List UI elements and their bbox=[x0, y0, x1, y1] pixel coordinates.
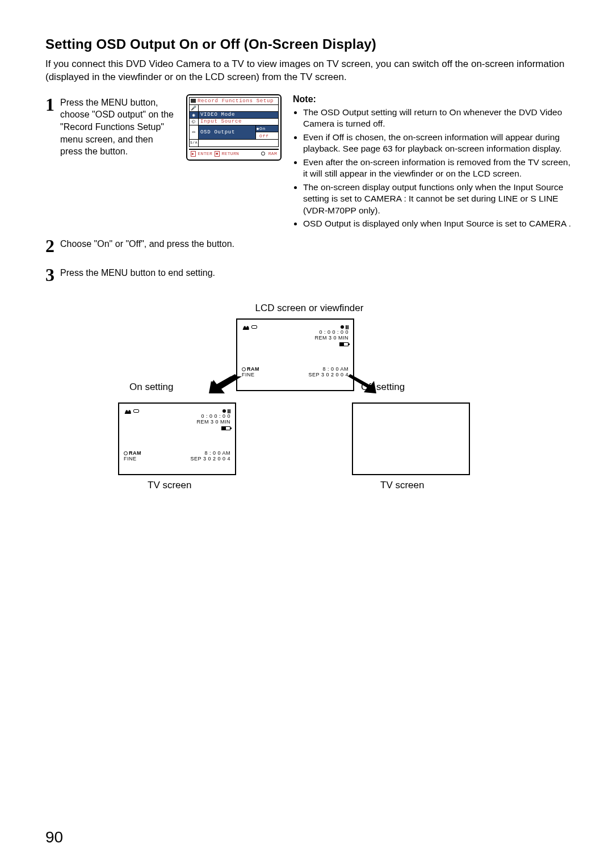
disc-icon: ◉ bbox=[190, 112, 199, 118]
off-setting-label: Off setting bbox=[361, 381, 405, 393]
note-item: The on-screen display output functions o… bbox=[303, 182, 573, 216]
content-columns: 1 Press the MENU button, choose "OSD out… bbox=[45, 94, 573, 232]
people-icon bbox=[242, 324, 250, 330]
osd-bottom-left: RAM FINE bbox=[242, 367, 259, 378]
menu-item-4 bbox=[199, 140, 278, 146]
record-dot-icon bbox=[222, 409, 226, 413]
steps-234: 2 Choose "On" or "Off", and press the bu… bbox=[45, 236, 255, 286]
menu-screenshot-column: Record Functions Setup 🎤 ◉ VIDEO Mode bbox=[186, 94, 283, 232]
screen-icon: ▭ bbox=[190, 125, 199, 139]
osd-date: SEP 3 0 2 0 0 4 bbox=[309, 372, 349, 378]
notes-column: Note: The OSD Output setting will return… bbox=[293, 94, 573, 232]
footer-return: RETURN bbox=[222, 151, 240, 156]
camera-icon bbox=[191, 99, 196, 103]
step-3-text: Press the MENU button to end setting. bbox=[60, 267, 255, 279]
steps-column: 1 Press the MENU button, choose "OSD out… bbox=[45, 94, 176, 232]
tape-icon bbox=[251, 325, 257, 329]
disc-icon bbox=[242, 367, 246, 371]
tv-screen-label-right: TV screen bbox=[380, 480, 424, 491]
note-item: The OSD Output setting will return to On… bbox=[303, 107, 573, 130]
menu-title-text: Record Functions Setup bbox=[198, 98, 274, 104]
menu-item-video-mode: VIDEO Mode bbox=[199, 112, 278, 118]
step-number-2: 2 bbox=[45, 236, 57, 257]
menu-row: 🎤 bbox=[190, 105, 278, 112]
footer-ram: RAM bbox=[268, 151, 277, 156]
osd-bottom-left: RAM FINE bbox=[124, 451, 141, 462]
battery-icon bbox=[339, 342, 349, 346]
note-list: The OSD Output setting will return to On… bbox=[293, 107, 573, 230]
diagram-caption: LCD screen or viewfinder bbox=[45, 303, 573, 314]
menu-row: ◉ VIDEO Mode bbox=[190, 112, 278, 119]
step-number-3: 3 bbox=[45, 265, 57, 286]
intro-paragraph: If you connect this DVD Video Camera to … bbox=[45, 58, 573, 84]
osd-fine: FINE bbox=[124, 456, 141, 462]
menu-item-input-source: Input Source bbox=[199, 119, 278, 125]
mic-icon: 🎤 bbox=[190, 105, 199, 111]
tv-screen-off bbox=[352, 402, 470, 475]
osd-top-right: 0 : 0 0 : 0 0 REM 3 0 MIN bbox=[196, 408, 230, 432]
osd-bottom-right: 8 : 0 0 AM SEP 3 0 2 0 0 4 bbox=[191, 451, 230, 462]
menu-option-off: Off bbox=[256, 132, 278, 139]
menu-footer: ▶ENTER ■RETURN RAM bbox=[189, 149, 279, 158]
battery-icon bbox=[221, 426, 230, 430]
on-setting-label: On setting bbox=[129, 381, 174, 393]
page-title: Setting OSD Output On or Off (On-Screen … bbox=[45, 36, 573, 52]
osd-bottom-right: 8 : 0 0 AM SEP 3 0 2 0 0 4 bbox=[309, 367, 349, 378]
menu-item-0 bbox=[199, 105, 278, 111]
step-2-text: Choose "On" or "Off", and press the butt… bbox=[60, 238, 255, 250]
menu-row: S/A bbox=[190, 140, 278, 146]
osd-date: SEP 3 0 2 0 0 4 bbox=[191, 456, 230, 462]
note-item: Even if Off is chosen, the on-screen inf… bbox=[303, 132, 573, 155]
osd-top-left bbox=[242, 324, 257, 330]
pause-icon bbox=[228, 409, 230, 413]
note-item: OSD Output is displayed only when Input … bbox=[303, 218, 573, 229]
osd-ram: RAM bbox=[129, 450, 141, 456]
osd-fine: FINE bbox=[242, 372, 259, 378]
pause-icon bbox=[346, 325, 349, 329]
tv-screen-on: 0 : 0 0 : 0 0 REM 3 0 MIN RAM FINE 8 : 0… bbox=[118, 402, 236, 475]
tape-icon bbox=[133, 409, 139, 413]
note-item: Even after the on-screen information is … bbox=[303, 157, 573, 180]
step-1-text: Press the MENU button, choose "OSD outpu… bbox=[60, 97, 176, 158]
play-icon: ▶ bbox=[191, 151, 196, 157]
osd-menu-box: Record Functions Setup 🎤 ◉ VIDEO Mode bbox=[186, 94, 282, 161]
osd-ram: RAM bbox=[247, 366, 259, 372]
step-number-1: 1 bbox=[45, 94, 57, 115]
people-icon bbox=[124, 408, 132, 414]
disc-icon bbox=[124, 451, 128, 455]
footer-enter: ENTER bbox=[198, 151, 213, 156]
stop-icon: ■ bbox=[215, 151, 220, 157]
osd-top-right: 0 : 0 0 : 0 0 REM 3 0 MIN bbox=[314, 324, 349, 348]
ab-icon: S/A bbox=[190, 140, 199, 146]
osd-diagram: LCD screen or viewfinder 0 : 0 0 : 0 0 R… bbox=[45, 303, 573, 541]
note-heading: Note: bbox=[293, 94, 573, 104]
arrow-down-left-icon bbox=[210, 376, 242, 393]
osd-remaining: REM 3 0 MIN bbox=[196, 420, 230, 425]
menu-item-osd-output: OSD Output bbox=[199, 125, 255, 139]
manual-page: Setting OSD Output On or Off (On-Screen … bbox=[0, 0, 613, 868]
clock-icon: ⏲ bbox=[190, 119, 199, 125]
menu-title: Record Functions Setup bbox=[190, 98, 278, 105]
lcd-viewfinder-screen: 0 : 0 0 : 0 0 REM 3 0 MIN RAM FINE 8 : 0… bbox=[236, 318, 354, 391]
disc-icon bbox=[261, 152, 265, 156]
page-number: 90 bbox=[45, 828, 63, 846]
menu-row: ⏲ Input Source bbox=[190, 119, 278, 125]
menu-option-on: On bbox=[256, 125, 278, 133]
tv-screen-label-left: TV screen bbox=[148, 480, 191, 491]
record-dot-icon bbox=[341, 325, 344, 329]
osd-top-left bbox=[124, 408, 139, 414]
osd-remaining: REM 3 0 MIN bbox=[314, 336, 349, 341]
